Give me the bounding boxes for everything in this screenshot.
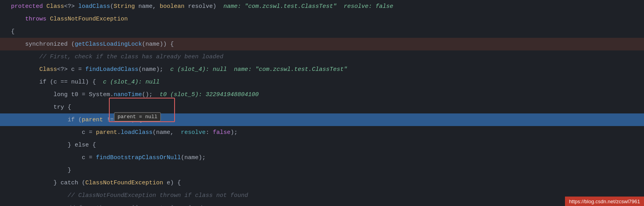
code-tokens: try {	[4, 104, 71, 111]
token: .	[117, 129, 121, 136]
token: (	[110, 3, 114, 10]
code-tokens: } catch (ClassNotFoundException e) {	[4, 180, 181, 186]
token: loadClass	[78, 3, 110, 10]
code-tokens: c = findBootstrapClassOrNull(name);	[4, 154, 206, 161]
token: e) {	[163, 180, 181, 186]
token: nanoTime	[114, 91, 142, 98]
tooltip-text: parent = null	[118, 114, 157, 120]
token: ();	[142, 91, 160, 98]
token: (name);	[138, 66, 170, 73]
token: parent	[96, 129, 117, 136]
token: boolean	[160, 3, 184, 10]
token: Class	[39, 66, 57, 73]
code-tokens: {	[4, 28, 15, 35]
token: Class	[46, 3, 64, 10]
code-line: }	[0, 164, 644, 176]
token: ClassNotFoundException	[50, 16, 128, 22]
tooltip-box: parent = null	[114, 112, 161, 121]
token: long t0 = System.	[4, 91, 114, 98]
token: (name)) {	[142, 41, 174, 48]
token: {	[4, 28, 15, 35]
token: findBootstrapClassOrNull	[96, 154, 181, 161]
code-tokens: c = parent.loadClass(name, resolve: fals…	[4, 129, 237, 136]
token: c =	[4, 129, 96, 136]
token: (name,	[153, 129, 181, 136]
code-container: protected Class<?> loadClass(String name…	[0, 0, 644, 206]
code-tokens: if (c == null) { c (slot_4): null	[4, 79, 160, 85]
code-line: c = parent.loadClass(name, resolve: fals…	[0, 126, 644, 139]
token: c (slot_4): null	[103, 79, 160, 85]
token: <?>	[64, 3, 78, 10]
code-line: if (parent != null) {	[0, 113, 644, 126]
token: );	[230, 129, 237, 136]
token: findLoadedClass	[85, 66, 138, 73]
token: loadClass	[121, 129, 153, 136]
code-line: throws ClassNotFoundException	[0, 13, 644, 25]
code-line: if (c == null) { c (slot_4): null	[0, 76, 644, 88]
token: t0 (slot_5): 322941948804100	[160, 91, 259, 98]
code-tokens: long t0 = System.nanoTime(); t0 (slot_5)…	[4, 91, 259, 98]
token: (name);	[181, 154, 206, 161]
code-line: // ClassNotFoundException thrown if clas…	[0, 189, 644, 202]
token: if (c == null) {	[4, 79, 103, 85]
token: resolve	[181, 129, 206, 136]
code-line: {	[0, 25, 644, 38]
token: parent	[82, 117, 103, 123]
code-tokens: }	[4, 167, 71, 174]
token: } else {	[4, 142, 96, 148]
code-line: } catch (ClassNotFoundException e) {	[0, 176, 644, 189]
status-bar: https://blog.csdn.net/zcswl7961	[565, 197, 644, 206]
code-tokens: throws ClassNotFoundException	[4, 16, 128, 22]
token: // First, check if the class has already…	[4, 54, 223, 60]
code-line: // from the non-null parent class loader	[0, 202, 644, 206]
code-line: try {	[0, 101, 644, 113]
code-line: synchronized (getClassLoadingLock(name))…	[0, 38, 644, 50]
code-line: protected Class<?> loadClass(String name…	[0, 0, 644, 13]
code-line: Class<?> c = findLoadedClass(name); c (s…	[0, 63, 644, 76]
token: synchronized (	[4, 41, 75, 48]
token: } catch (	[4, 180, 85, 186]
code-tokens: synchronized (getClassLoadingLock(name))…	[4, 41, 174, 48]
token: <?> c =	[57, 66, 85, 73]
token: protected	[4, 3, 46, 10]
token	[4, 66, 39, 73]
token: name: "com.zcswl.test.ClassTest" resolve…	[223, 3, 393, 10]
code-tokens: Class<?> c = findLoadedClass(name); c (s…	[4, 66, 347, 73]
token: c =	[4, 154, 96, 161]
token: String	[114, 3, 135, 10]
token: }	[4, 167, 71, 174]
status-url[interactable]: https://blog.csdn.net/zcswl7961	[569, 199, 640, 204]
code-tokens: // from the non-null parent class loader	[4, 205, 209, 206]
token: getClassLoadingLock	[75, 41, 142, 48]
code-tokens: // First, check if the class has already…	[4, 54, 223, 60]
code-line: // First, check if the class has already…	[0, 50, 644, 63]
token: // ClassNotFoundException thrown if clas…	[4, 192, 248, 199]
code-line: long t0 = System.nanoTime(); t0 (slot_5)…	[0, 88, 644, 101]
token: // from the non-null parent class loader	[4, 205, 209, 206]
code-tokens: protected Class<?> loadClass(String name…	[4, 3, 393, 10]
token: ClassNotFoundException	[85, 180, 163, 186]
token: :	[206, 129, 213, 136]
token: if (	[4, 117, 82, 123]
token: throws	[4, 16, 50, 22]
token: false	[213, 129, 230, 136]
code-tokens: } else {	[4, 142, 96, 148]
code-tokens: // ClassNotFoundException thrown if clas…	[4, 192, 248, 199]
token: try {	[4, 104, 71, 111]
token: resolve)	[184, 3, 223, 10]
token: name,	[135, 3, 160, 10]
token: c (slot_4): null name: "com.zcswl.test.C…	[170, 66, 347, 73]
code-line: c = findBootstrapClassOrNull(name);	[0, 151, 644, 164]
code-line: } else {	[0, 139, 644, 151]
